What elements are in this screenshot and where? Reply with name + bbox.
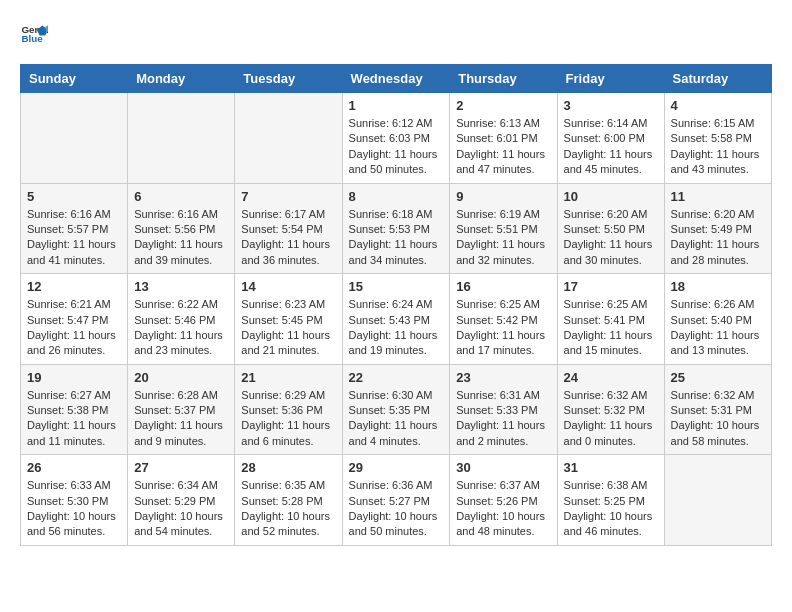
day-info: Sunrise: 6:33 AMSunset: 5:30 PMDaylight:…: [27, 478, 121, 540]
day-number: 24: [564, 370, 658, 385]
calendar-day-12: 12Sunrise: 6:21 AMSunset: 5:47 PMDayligh…: [21, 274, 128, 365]
day-number: 25: [671, 370, 765, 385]
day-info: Sunrise: 6:37 AMSunset: 5:26 PMDaylight:…: [456, 478, 550, 540]
column-header-thursday: Thursday: [450, 65, 557, 93]
day-info: Sunrise: 6:32 AMSunset: 5:32 PMDaylight:…: [564, 388, 658, 450]
column-header-saturday: Saturday: [664, 65, 771, 93]
calendar-day-25: 25Sunrise: 6:32 AMSunset: 5:31 PMDayligh…: [664, 364, 771, 455]
day-number: 7: [241, 189, 335, 204]
day-info: Sunrise: 6:28 AMSunset: 5:37 PMDaylight:…: [134, 388, 228, 450]
day-number: 14: [241, 279, 335, 294]
calendar-week-row: 26Sunrise: 6:33 AMSunset: 5:30 PMDayligh…: [21, 455, 772, 546]
calendar-day-27: 27Sunrise: 6:34 AMSunset: 5:29 PMDayligh…: [128, 455, 235, 546]
column-header-friday: Friday: [557, 65, 664, 93]
calendar-week-row: 19Sunrise: 6:27 AMSunset: 5:38 PMDayligh…: [21, 364, 772, 455]
day-number: 15: [349, 279, 444, 294]
day-number: 12: [27, 279, 121, 294]
calendar-day-empty: [128, 93, 235, 184]
day-info: Sunrise: 6:17 AMSunset: 5:54 PMDaylight:…: [241, 207, 335, 269]
day-info: Sunrise: 6:27 AMSunset: 5:38 PMDaylight:…: [27, 388, 121, 450]
day-number: 10: [564, 189, 658, 204]
day-info: Sunrise: 6:19 AMSunset: 5:51 PMDaylight:…: [456, 207, 550, 269]
calendar-day-4: 4Sunrise: 6:15 AMSunset: 5:58 PMDaylight…: [664, 93, 771, 184]
column-header-monday: Monday: [128, 65, 235, 93]
day-info: Sunrise: 6:13 AMSunset: 6:01 PMDaylight:…: [456, 116, 550, 178]
day-info: Sunrise: 6:20 AMSunset: 5:49 PMDaylight:…: [671, 207, 765, 269]
day-number: 11: [671, 189, 765, 204]
day-info: Sunrise: 6:29 AMSunset: 5:36 PMDaylight:…: [241, 388, 335, 450]
calendar-table: SundayMondayTuesdayWednesdayThursdayFrid…: [20, 64, 772, 546]
calendar-day-22: 22Sunrise: 6:30 AMSunset: 5:35 PMDayligh…: [342, 364, 450, 455]
day-info: Sunrise: 6:15 AMSunset: 5:58 PMDaylight:…: [671, 116, 765, 178]
day-number: 3: [564, 98, 658, 113]
day-number: 19: [27, 370, 121, 385]
calendar-day-20: 20Sunrise: 6:28 AMSunset: 5:37 PMDayligh…: [128, 364, 235, 455]
calendar-week-row: 1Sunrise: 6:12 AMSunset: 6:03 PMDaylight…: [21, 93, 772, 184]
day-info: Sunrise: 6:16 AMSunset: 5:57 PMDaylight:…: [27, 207, 121, 269]
day-number: 18: [671, 279, 765, 294]
column-header-wednesday: Wednesday: [342, 65, 450, 93]
day-number: 9: [456, 189, 550, 204]
calendar-week-row: 5Sunrise: 6:16 AMSunset: 5:57 PMDaylight…: [21, 183, 772, 274]
calendar-day-2: 2Sunrise: 6:13 AMSunset: 6:01 PMDaylight…: [450, 93, 557, 184]
calendar-week-row: 12Sunrise: 6:21 AMSunset: 5:47 PMDayligh…: [21, 274, 772, 365]
day-info: Sunrise: 6:24 AMSunset: 5:43 PMDaylight:…: [349, 297, 444, 359]
day-info: Sunrise: 6:22 AMSunset: 5:46 PMDaylight:…: [134, 297, 228, 359]
day-number: 30: [456, 460, 550, 475]
page-header: General Blue: [20, 20, 772, 48]
calendar-day-empty: [21, 93, 128, 184]
day-info: Sunrise: 6:18 AMSunset: 5:53 PMDaylight:…: [349, 207, 444, 269]
calendar-day-3: 3Sunrise: 6:14 AMSunset: 6:00 PMDaylight…: [557, 93, 664, 184]
day-number: 16: [456, 279, 550, 294]
day-info: Sunrise: 6:12 AMSunset: 6:03 PMDaylight:…: [349, 116, 444, 178]
calendar-day-10: 10Sunrise: 6:20 AMSunset: 5:50 PMDayligh…: [557, 183, 664, 274]
column-header-tuesday: Tuesday: [235, 65, 342, 93]
day-number: 20: [134, 370, 228, 385]
day-info: Sunrise: 6:25 AMSunset: 5:42 PMDaylight:…: [456, 297, 550, 359]
calendar-day-9: 9Sunrise: 6:19 AMSunset: 5:51 PMDaylight…: [450, 183, 557, 274]
calendar-day-23: 23Sunrise: 6:31 AMSunset: 5:33 PMDayligh…: [450, 364, 557, 455]
column-header-sunday: Sunday: [21, 65, 128, 93]
calendar-day-19: 19Sunrise: 6:27 AMSunset: 5:38 PMDayligh…: [21, 364, 128, 455]
calendar-day-28: 28Sunrise: 6:35 AMSunset: 5:28 PMDayligh…: [235, 455, 342, 546]
day-number: 1: [349, 98, 444, 113]
day-info: Sunrise: 6:23 AMSunset: 5:45 PMDaylight:…: [241, 297, 335, 359]
day-number: 22: [349, 370, 444, 385]
day-number: 4: [671, 98, 765, 113]
day-number: 13: [134, 279, 228, 294]
day-number: 26: [27, 460, 121, 475]
day-info: Sunrise: 6:25 AMSunset: 5:41 PMDaylight:…: [564, 297, 658, 359]
calendar-day-16: 16Sunrise: 6:25 AMSunset: 5:42 PMDayligh…: [450, 274, 557, 365]
calendar-day-7: 7Sunrise: 6:17 AMSunset: 5:54 PMDaylight…: [235, 183, 342, 274]
calendar-day-15: 15Sunrise: 6:24 AMSunset: 5:43 PMDayligh…: [342, 274, 450, 365]
day-info: Sunrise: 6:34 AMSunset: 5:29 PMDaylight:…: [134, 478, 228, 540]
day-number: 27: [134, 460, 228, 475]
calendar-day-21: 21Sunrise: 6:29 AMSunset: 5:36 PMDayligh…: [235, 364, 342, 455]
day-info: Sunrise: 6:21 AMSunset: 5:47 PMDaylight:…: [27, 297, 121, 359]
calendar-day-empty: [664, 455, 771, 546]
day-info: Sunrise: 6:32 AMSunset: 5:31 PMDaylight:…: [671, 388, 765, 450]
day-number: 28: [241, 460, 335, 475]
calendar-day-31: 31Sunrise: 6:38 AMSunset: 5:25 PMDayligh…: [557, 455, 664, 546]
calendar-day-26: 26Sunrise: 6:33 AMSunset: 5:30 PMDayligh…: [21, 455, 128, 546]
day-info: Sunrise: 6:30 AMSunset: 5:35 PMDaylight:…: [349, 388, 444, 450]
calendar-day-14: 14Sunrise: 6:23 AMSunset: 5:45 PMDayligh…: [235, 274, 342, 365]
day-info: Sunrise: 6:38 AMSunset: 5:25 PMDaylight:…: [564, 478, 658, 540]
day-number: 29: [349, 460, 444, 475]
calendar-day-18: 18Sunrise: 6:26 AMSunset: 5:40 PMDayligh…: [664, 274, 771, 365]
day-number: 23: [456, 370, 550, 385]
calendar-day-5: 5Sunrise: 6:16 AMSunset: 5:57 PMDaylight…: [21, 183, 128, 274]
calendar-day-empty: [235, 93, 342, 184]
day-number: 31: [564, 460, 658, 475]
day-number: 5: [27, 189, 121, 204]
day-info: Sunrise: 6:26 AMSunset: 5:40 PMDaylight:…: [671, 297, 765, 359]
calendar-header-row: SundayMondayTuesdayWednesdayThursdayFrid…: [21, 65, 772, 93]
logo-icon: General Blue: [20, 20, 48, 48]
day-info: Sunrise: 6:35 AMSunset: 5:28 PMDaylight:…: [241, 478, 335, 540]
calendar-day-11: 11Sunrise: 6:20 AMSunset: 5:49 PMDayligh…: [664, 183, 771, 274]
calendar-day-1: 1Sunrise: 6:12 AMSunset: 6:03 PMDaylight…: [342, 93, 450, 184]
calendar-day-13: 13Sunrise: 6:22 AMSunset: 5:46 PMDayligh…: [128, 274, 235, 365]
calendar-day-6: 6Sunrise: 6:16 AMSunset: 5:56 PMDaylight…: [128, 183, 235, 274]
day-number: 6: [134, 189, 228, 204]
day-number: 17: [564, 279, 658, 294]
